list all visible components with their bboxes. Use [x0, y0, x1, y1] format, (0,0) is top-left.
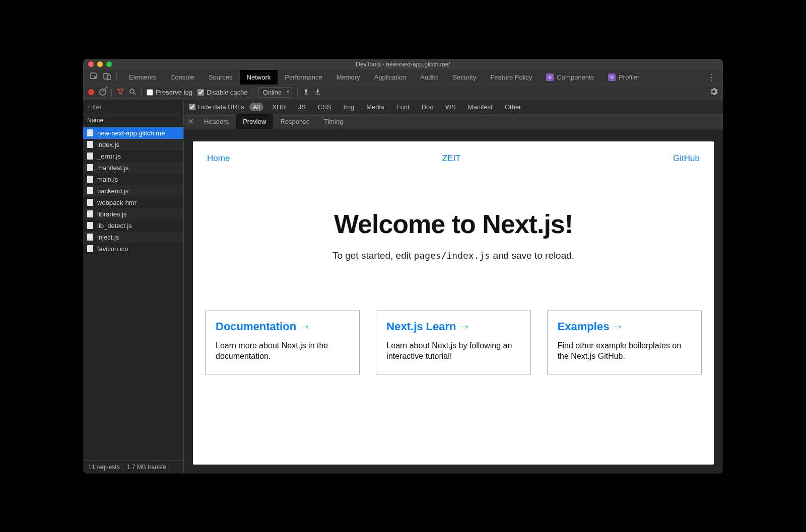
- filter-bar: Filter Hide data URLs AllXHRJSCSSImgMedi…: [83, 100, 723, 114]
- record-icon[interactable]: [88, 89, 94, 95]
- request-row[interactable]: _error.js: [83, 150, 183, 162]
- status-bar: 11 requests 1.7 MB transfe: [83, 461, 183, 474]
- filter-placeholder: Filter: [87, 103, 102, 111]
- page-nav: Home ZEIT GitHub: [193, 141, 714, 164]
- filter-type-media[interactable]: Media: [363, 103, 387, 111]
- document-icon: [87, 141, 93, 148]
- filter-type-other[interactable]: Other: [501, 103, 525, 111]
- svg-rect-4: [304, 94, 308, 95]
- filter-type-js[interactable]: JS: [295, 103, 309, 111]
- tab-network[interactable]: Network: [240, 70, 278, 85]
- request-count: 11 requests: [88, 464, 120, 471]
- traffic-lights: [83, 61, 112, 67]
- filter-input[interactable]: Filter: [83, 100, 184, 114]
- nav-github-link[interactable]: GitHub: [673, 154, 700, 164]
- card-desc: Find other example boilerplates on the N…: [558, 340, 691, 362]
- hero-subtitle: To get started, edit pages/index.js and …: [193, 250, 714, 261]
- titlebar: DevTools - new-next-app.glitch.me/: [83, 59, 723, 70]
- request-row[interactable]: main.js: [83, 174, 183, 185]
- device-toggle-icon[interactable]: [103, 72, 111, 82]
- filter-icon[interactable]: [117, 88, 124, 97]
- card-title: Next.js Learn →: [386, 320, 520, 333]
- tab-elements[interactable]: Elements: [122, 70, 163, 85]
- close-detail-icon[interactable]: ✕: [184, 114, 197, 129]
- devtools-window: DevTools - new-next-app.glitch.me/ Eleme…: [83, 59, 723, 474]
- request-row[interactable]: backend.js: [83, 185, 183, 197]
- filter-type-all[interactable]: All: [249, 103, 263, 111]
- disable-cache-checkbox[interactable]: Disable cache: [197, 89, 248, 96]
- transfer-size: 1.7 MB transfe: [127, 464, 166, 471]
- react-badge-icon: ⚛: [546, 73, 554, 81]
- detail-tab-headers[interactable]: Headers: [197, 114, 236, 129]
- filter-type-css[interactable]: CSS: [314, 103, 335, 111]
- request-name: lib_detect.js: [97, 222, 132, 230]
- inspect-element-icon[interactable]: [90, 72, 98, 82]
- tab-react-profiler[interactable]: ⚛Profiler: [601, 70, 646, 85]
- zoom-icon[interactable]: [106, 61, 112, 67]
- tab-performance[interactable]: Performance: [278, 70, 329, 85]
- info-card[interactable]: Examples →Find other example boilerplate…: [547, 311, 702, 374]
- document-icon: [87, 153, 93, 160]
- preserve-log-label: Preserve log: [156, 89, 192, 96]
- react-badge-icon: ⚛: [608, 73, 616, 81]
- download-har-icon[interactable]: [314, 88, 321, 96]
- hide-data-urls-checkbox[interactable]: Hide data URLs: [189, 103, 244, 111]
- filter-type-manifest[interactable]: Manifest: [464, 103, 496, 111]
- tab-sources[interactable]: Sources: [202, 70, 240, 85]
- request-name: libraries.js: [97, 210, 127, 218]
- svg-point-3: [130, 89, 134, 93]
- tab-security[interactable]: Security: [445, 70, 483, 85]
- request-row[interactable]: lib_detect.js: [83, 220, 183, 232]
- separator: [116, 72, 117, 82]
- kebab-menu-icon[interactable]: ⋮: [701, 70, 723, 85]
- preserve-log-checkbox[interactable]: Preserve log: [147, 89, 192, 96]
- request-row[interactable]: webpack-hmr: [83, 197, 183, 208]
- card-desc: Learn about Next.js by following an inte…: [386, 340, 520, 362]
- card-title: Documentation →: [216, 320, 349, 333]
- document-icon: [87, 234, 93, 241]
- hero-subtitle-post: and save to reload.: [490, 250, 574, 261]
- document-icon: [87, 245, 93, 252]
- request-row[interactable]: favicon.ico: [83, 243, 183, 255]
- filter-type-font[interactable]: Font: [393, 103, 413, 111]
- filter-type-ws[interactable]: WS: [442, 103, 459, 111]
- tab-application[interactable]: Application: [367, 70, 414, 85]
- tab-audits[interactable]: Audits: [413, 70, 445, 85]
- minimize-icon[interactable]: [97, 61, 103, 67]
- request-row[interactable]: index.js: [83, 139, 183, 150]
- detail-tabs: ✕ HeadersPreviewResponseTiming: [184, 114, 723, 129]
- filter-type-img[interactable]: Img: [340, 103, 358, 111]
- tab-feature-policy[interactable]: Feature Policy: [483, 70, 539, 85]
- document-icon: [87, 199, 93, 206]
- detail-tab-preview[interactable]: Preview: [236, 114, 273, 129]
- request-row[interactable]: new-next-app.glitch.me: [83, 127, 183, 139]
- info-card[interactable]: Next.js Learn →Learn about Next.js by fo…: [376, 311, 530, 374]
- request-name: main.js: [97, 176, 118, 183]
- throttling-select[interactable]: Online: [258, 87, 293, 98]
- request-row[interactable]: libraries.js: [83, 208, 183, 220]
- filter-type-xhr[interactable]: XHR: [268, 103, 289, 111]
- clear-icon[interactable]: [99, 89, 106, 96]
- separator: [253, 88, 253, 97]
- upload-har-icon[interactable]: [303, 88, 309, 96]
- tab-console[interactable]: Console: [163, 70, 202, 85]
- request-name: manifest.js: [97, 164, 128, 172]
- detail-tab-response[interactable]: Response: [273, 114, 317, 129]
- filter-type-doc[interactable]: Doc: [418, 103, 437, 111]
- hero-subtitle-pre: To get started, edit: [332, 250, 414, 261]
- info-card[interactable]: Documentation →Learn more about Next.js …: [205, 311, 360, 374]
- request-row[interactable]: manifest.js: [83, 162, 183, 174]
- request-row[interactable]: inject.js: [83, 232, 183, 243]
- close-icon[interactable]: [88, 61, 94, 67]
- tab-memory[interactable]: Memory: [329, 70, 367, 85]
- window-title: DevTools - new-next-app.glitch.me/: [83, 61, 723, 68]
- hero: Welcome to Next.js! To get started, edit…: [193, 209, 714, 261]
- search-icon[interactable]: [129, 88, 136, 97]
- nav-home-link[interactable]: Home: [207, 154, 230, 164]
- settings-icon[interactable]: [710, 88, 718, 97]
- name-column-header[interactable]: Name: [83, 114, 183, 127]
- card-row: Documentation →Learn more about Next.js …: [193, 311, 714, 374]
- detail-tab-timing[interactable]: Timing: [317, 114, 351, 129]
- tab-react-components[interactable]: ⚛Components: [539, 70, 601, 85]
- nav-zeit-link[interactable]: ZEIT: [442, 154, 461, 164]
